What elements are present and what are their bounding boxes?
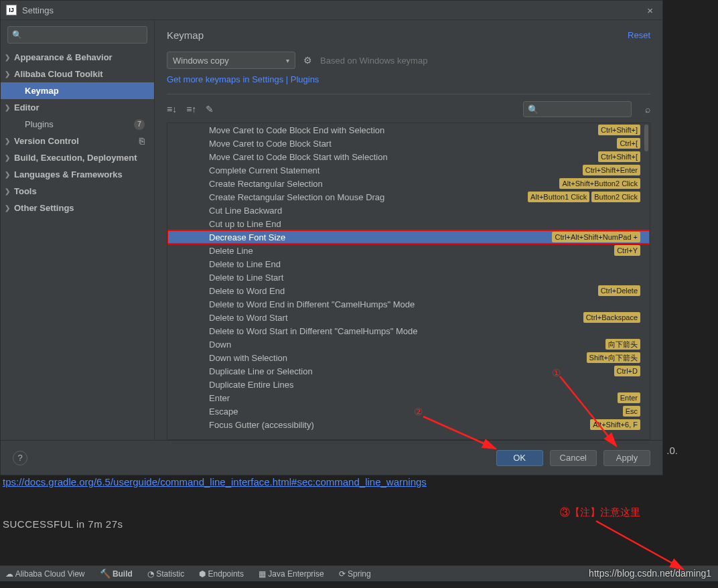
shortcut-badge: Alt+Shift+6, F bbox=[590, 419, 640, 430]
shortcuts: Ctrl+Shift+[ bbox=[598, 151, 640, 162]
tool-build[interactable]: 🔨 Build bbox=[100, 569, 133, 579]
shortcut-badge: Ctrl+[ bbox=[617, 138, 640, 149]
sidebar-item-plugins[interactable]: Plugins7 bbox=[1, 116, 154, 133]
sidebar-search[interactable]: 🔍 bbox=[7, 26, 147, 44]
keymap-row[interactable]: Delete to Line Start bbox=[167, 271, 650, 284]
shortcuts: Ctrl+[ bbox=[617, 138, 640, 149]
action-label: Delete to Line Start bbox=[209, 273, 640, 283]
keymap-row[interactable]: Duplicate Line or SelectionCtrl+D bbox=[167, 364, 650, 378]
keymap-row[interactable]: Down with SelectionShift+向下箭头 bbox=[167, 351, 650, 364]
nav-label: Languages & Frameworks bbox=[14, 169, 123, 179]
action-label: Cut Line Backward bbox=[209, 206, 640, 216]
keymap-row[interactable]: Delete to Line End bbox=[167, 257, 650, 271]
keymap-row[interactable]: EnterEnter bbox=[167, 391, 650, 405]
close-icon[interactable]: × bbox=[643, 5, 657, 16]
sidebar-item-other-settings[interactable]: ❯Other Settings bbox=[1, 200, 154, 216]
search-icon: 🔍 bbox=[12, 30, 22, 40]
keymap-row[interactable]: Cut Line Backward bbox=[167, 204, 650, 217]
sidebar-item-keymap[interactable]: Keymap bbox=[1, 82, 154, 99]
shortcuts: Alt+Button1 ClickButton2 Click bbox=[528, 192, 640, 202]
tool-java-ee[interactable]: ▦ Java Enterprise bbox=[259, 569, 324, 579]
expand-all-icon[interactable]: ≡↓ bbox=[167, 104, 177, 115]
sidebar-item-build-execution-deployment[interactable]: ❯Build, Execution, Deployment bbox=[1, 149, 154, 166]
action-label: Delete Line bbox=[209, 246, 614, 256]
badge: 7 bbox=[134, 119, 145, 130]
nav-label: Plugins bbox=[25, 119, 54, 129]
sidebar-search-input[interactable] bbox=[25, 30, 143, 40]
keymap-row[interactable]: Focus Gutter (accessibility)Alt+Shift+6,… bbox=[167, 418, 650, 431]
annotation-1: ① bbox=[552, 367, 561, 379]
keymap-row[interactable]: EscapeEsc bbox=[167, 405, 650, 418]
action-label: Complete Current Statement bbox=[209, 165, 583, 175]
keymap-row[interactable]: Delete to Word Start in Different "Camel… bbox=[167, 324, 650, 338]
chevron-right-icon: ❯ bbox=[5, 204, 10, 212]
tool-spring[interactable]: ⟳ Spring bbox=[339, 569, 371, 579]
gradle-docs-link[interactable]: tps://docs.gradle.org/6.5/userguide/comm… bbox=[3, 476, 427, 488]
based-on-label: Based on Windows keymap bbox=[320, 56, 427, 66]
sidebar-item-tools[interactable]: ❯Tools bbox=[1, 183, 154, 200]
chevron-right-icon: ❯ bbox=[5, 54, 10, 61]
sidebar-item-appearance-behavior[interactable]: ❯Appearance & Behavior bbox=[1, 49, 154, 66]
keymap-row[interactable]: Delete to Word StartCtrl+Backspace bbox=[167, 311, 650, 324]
chevron-right-icon: ❯ bbox=[5, 137, 10, 145]
keymap-row[interactable]: Move Caret to Code Block End with Select… bbox=[167, 123, 650, 137]
tool-alibaba[interactable]: ☁ Alibaba Cloud View bbox=[5, 569, 85, 579]
keymap-row[interactable]: Complete Current StatementCtrl+Shift+Ent… bbox=[167, 163, 650, 177]
keymap-row[interactable]: Move Caret to Code Block Start with Sele… bbox=[167, 150, 650, 163]
keymap-row[interactable]: Down向下箭头 bbox=[167, 338, 650, 351]
action-label: Create Rectangular Selection bbox=[209, 179, 559, 189]
keymap-row[interactable]: Delete LineCtrl+Y bbox=[167, 244, 650, 257]
keymap-select[interactable]: Windows copy bbox=[167, 52, 295, 69]
nav-label: Editor bbox=[14, 102, 40, 113]
gear-icon[interactable]: ⚙ bbox=[303, 55, 312, 66]
shortcuts: Ctrl+Backspace bbox=[583, 312, 640, 323]
keymap-search[interactable]: 🔍 bbox=[523, 101, 632, 117]
nav-label: Keymap bbox=[25, 86, 59, 96]
collapse-all-icon[interactable]: ≡↑ bbox=[186, 104, 196, 115]
chevron-right-icon: ❯ bbox=[5, 188, 10, 195]
keymap-search-input[interactable] bbox=[538, 104, 639, 114]
build-status: SUCCESSFUL in 7m 27s bbox=[3, 518, 715, 530]
nav-label: Tools bbox=[14, 186, 37, 196]
keymap-row[interactable]: Cut up to Line End bbox=[167, 217, 650, 230]
shortcuts: 向下箭头 bbox=[605, 339, 640, 350]
chevron-right-icon: ❯ bbox=[5, 70, 10, 78]
keymap-row[interactable]: Duplicate Entire Lines bbox=[167, 378, 650, 391]
sidebar-item-editor[interactable]: ❯Editor bbox=[1, 99, 154, 116]
shortcut-badge: Ctrl+Shift+Enter bbox=[583, 165, 640, 175]
reset-link[interactable]: Reset bbox=[628, 30, 650, 40]
keymap-toolbar: ≡↓ ≡↑ ✎ 🔍 ⌕ bbox=[167, 98, 650, 120]
tool-endpoints[interactable]: ⬢ Endpoints bbox=[199, 569, 244, 579]
watermark: https://blog.csdn.net/daming1 bbox=[589, 568, 711, 579]
keymap-row[interactable]: Delete to Word End in Different "CamelHu… bbox=[167, 297, 650, 311]
keymap-list[interactable]: Move Caret to Code Block End with Select… bbox=[167, 123, 650, 440]
tool-statistic[interactable]: ◔ Statistic bbox=[147, 569, 184, 579]
find-shortcut-icon[interactable]: ⌕ bbox=[645, 104, 650, 115]
shortcuts: Ctrl+Shift+] bbox=[598, 125, 640, 135]
annotation-2: ② bbox=[414, 406, 423, 418]
keymap-row[interactable]: Create Rectangular SelectionAlt+Shift+Bu… bbox=[167, 177, 650, 190]
keymap-row[interactable]: Delete to Word EndCtrl+Delete bbox=[167, 284, 650, 297]
edit-icon[interactable]: ✎ bbox=[206, 104, 214, 115]
action-label: Move Caret to Code Block Start with Sele… bbox=[209, 152, 598, 162]
shortcut-badge: Ctrl+Delete bbox=[598, 285, 640, 296]
action-label: Move Caret to Code Block End with Select… bbox=[209, 125, 598, 135]
shortcut-badge: Ctrl+Backspace bbox=[583, 312, 640, 323]
shortcuts: Shift+向下箭头 bbox=[587, 352, 640, 363]
nav-label: Version Control bbox=[14, 136, 79, 146]
sidebar-item-languages-frameworks[interactable]: ❯Languages & Frameworks bbox=[1, 166, 154, 183]
keymap-row[interactable]: Create Rectangular Selection on Mouse Dr… bbox=[167, 190, 650, 204]
settings-dialog: IJ Settings × 🔍 ❯Appearance & Behavior❯A… bbox=[0, 0, 663, 475]
shortcuts: Ctrl+D bbox=[614, 366, 640, 376]
app-icon: IJ bbox=[6, 5, 17, 15]
action-label: Delete to Word Start bbox=[209, 313, 583, 323]
sidebar-item-version-control[interactable]: ❯Version Control⎘ bbox=[1, 133, 154, 149]
keymap-row[interactable]: Decrease Font SizeCtrl+Alt+Shift+NumPad … bbox=[167, 230, 650, 244]
more-keymaps-link[interactable]: Get more keymaps in Settings | Plugins bbox=[167, 74, 650, 84]
sidebar-item-alibaba-cloud-toolkit[interactable]: ❯Alibaba Cloud Toolkit bbox=[1, 66, 154, 82]
scrollbar-thumb[interactable] bbox=[644, 125, 648, 151]
copy-icon: ⎘ bbox=[139, 136, 145, 146]
action-label: Cut up to Line End bbox=[209, 219, 640, 229]
shortcut-badge: Ctrl+Y bbox=[614, 245, 640, 256]
keymap-row[interactable]: Move Caret to Code Block StartCtrl+[ bbox=[167, 137, 650, 150]
